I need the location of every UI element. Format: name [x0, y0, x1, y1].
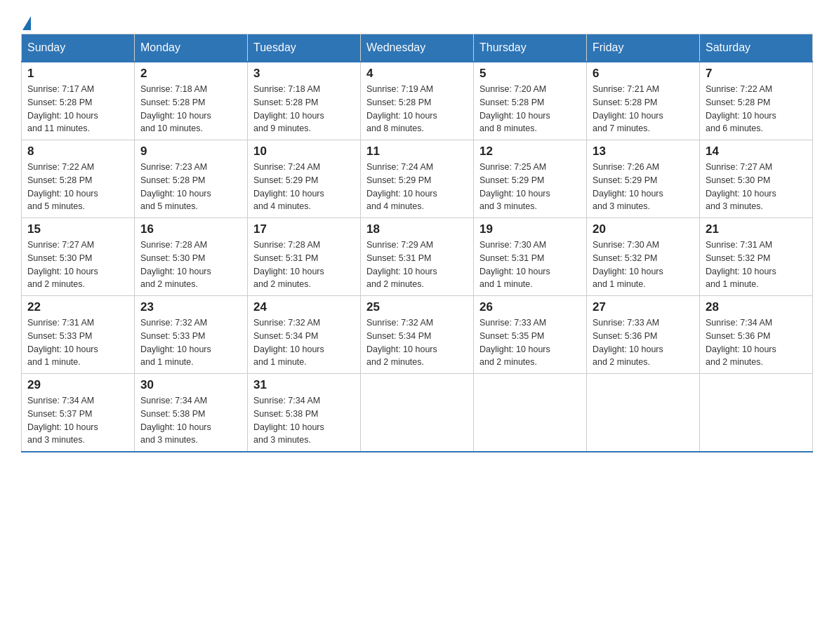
calendar-cell: 14 Sunrise: 7:27 AMSunset: 5:30 PMDaylig… — [700, 140, 813, 218]
day-info: Sunrise: 7:27 AMSunset: 5:30 PMDaylight:… — [706, 161, 807, 213]
day-number: 13 — [593, 145, 694, 159]
week-row-4: 22 Sunrise: 7:31 AMSunset: 5:33 PMDaylig… — [22, 296, 813, 374]
calendar-cell: 1 Sunrise: 7:17 AMSunset: 5:28 PMDayligh… — [22, 62, 135, 140]
calendar-cell: 8 Sunrise: 7:22 AMSunset: 5:28 PMDayligh… — [22, 140, 135, 218]
col-header-monday: Monday — [135, 34, 248, 62]
day-number: 11 — [366, 145, 468, 159]
calendar-cell: 19 Sunrise: 7:30 AMSunset: 5:31 PMDaylig… — [474, 218, 587, 296]
calendar-cell: 20 Sunrise: 7:30 AMSunset: 5:32 PMDaylig… — [587, 218, 700, 296]
calendar-cell: 29 Sunrise: 7:34 AMSunset: 5:37 PMDaylig… — [22, 374, 135, 452]
day-info: Sunrise: 7:30 AMSunset: 5:32 PMDaylight:… — [593, 239, 694, 291]
day-number: 9 — [140, 145, 241, 159]
day-number: 24 — [253, 300, 355, 314]
day-info: Sunrise: 7:34 AMSunset: 5:38 PMDaylight:… — [140, 394, 241, 447]
page-header — [21, 14, 813, 27]
day-number: 15 — [27, 222, 128, 236]
calendar-cell: 3 Sunrise: 7:18 AMSunset: 5:28 PMDayligh… — [248, 62, 361, 140]
day-info: Sunrise: 7:32 AMSunset: 5:33 PMDaylight:… — [140, 316, 241, 369]
day-info: Sunrise: 7:27 AMSunset: 5:30 PMDaylight:… — [27, 239, 128, 291]
day-number: 16 — [140, 222, 241, 236]
calendar-cell: 16 Sunrise: 7:28 AMSunset: 5:30 PMDaylig… — [135, 218, 248, 296]
day-info: Sunrise: 7:28 AMSunset: 5:30 PMDaylight:… — [140, 239, 241, 291]
day-number: 10 — [253, 145, 355, 159]
day-number: 21 — [706, 222, 807, 236]
day-number: 14 — [706, 145, 807, 159]
day-info: Sunrise: 7:24 AMSunset: 5:29 PMDaylight:… — [366, 161, 468, 213]
calendar-cell: 7 Sunrise: 7:22 AMSunset: 5:28 PMDayligh… — [700, 62, 813, 140]
calendar-cell: 12 Sunrise: 7:25 AMSunset: 5:29 PMDaylig… — [474, 140, 587, 218]
calendar-cell: 22 Sunrise: 7:31 AMSunset: 5:33 PMDaylig… — [22, 296, 135, 374]
day-number: 25 — [366, 300, 468, 314]
day-info: Sunrise: 7:34 AMSunset: 5:37 PMDaylight:… — [27, 394, 128, 447]
day-info: Sunrise: 7:24 AMSunset: 5:29 PMDaylight:… — [253, 161, 355, 213]
calendar-cell: 13 Sunrise: 7:26 AMSunset: 5:29 PMDaylig… — [587, 140, 700, 218]
col-header-friday: Friday — [587, 34, 700, 62]
logo — [21, 14, 32, 27]
day-info: Sunrise: 7:17 AMSunset: 5:28 PMDaylight:… — [27, 83, 128, 135]
day-number: 27 — [593, 300, 694, 314]
day-info: Sunrise: 7:28 AMSunset: 5:31 PMDaylight:… — [253, 239, 355, 291]
calendar-table: SundayMondayTuesdayWednesdayThursdayFrid… — [21, 34, 813, 452]
day-info: Sunrise: 7:18 AMSunset: 5:28 PMDaylight:… — [253, 83, 355, 135]
calendar-cell: 10 Sunrise: 7:24 AMSunset: 5:29 PMDaylig… — [248, 140, 361, 218]
day-number: 6 — [593, 67, 694, 81]
day-number: 19 — [479, 222, 581, 236]
calendar-cell — [474, 374, 587, 452]
day-number: 20 — [593, 222, 694, 236]
calendar-cell: 5 Sunrise: 7:20 AMSunset: 5:28 PMDayligh… — [474, 62, 587, 140]
calendar-cell: 9 Sunrise: 7:23 AMSunset: 5:28 PMDayligh… — [135, 140, 248, 218]
day-info: Sunrise: 7:29 AMSunset: 5:31 PMDaylight:… — [366, 239, 468, 291]
day-info: Sunrise: 7:33 AMSunset: 5:36 PMDaylight:… — [593, 316, 694, 369]
day-number: 22 — [27, 300, 128, 314]
day-info: Sunrise: 7:22 AMSunset: 5:28 PMDaylight:… — [706, 83, 807, 135]
day-number: 26 — [479, 300, 581, 314]
logo-triangle-icon — [22, 16, 31, 30]
col-header-wednesday: Wednesday — [361, 34, 474, 62]
calendar-cell: 24 Sunrise: 7:32 AMSunset: 5:34 PMDaylig… — [248, 296, 361, 374]
col-header-thursday: Thursday — [474, 34, 587, 62]
calendar-cell: 26 Sunrise: 7:33 AMSunset: 5:35 PMDaylig… — [474, 296, 587, 374]
day-info: Sunrise: 7:32 AMSunset: 5:34 PMDaylight:… — [366, 316, 468, 369]
week-row-5: 29 Sunrise: 7:34 AMSunset: 5:37 PMDaylig… — [22, 374, 813, 452]
day-number: 7 — [706, 67, 807, 81]
day-number: 28 — [706, 300, 807, 314]
calendar-cell: 21 Sunrise: 7:31 AMSunset: 5:32 PMDaylig… — [700, 218, 813, 296]
calendar-cell: 23 Sunrise: 7:32 AMSunset: 5:33 PMDaylig… — [135, 296, 248, 374]
calendar-cell: 17 Sunrise: 7:28 AMSunset: 5:31 PMDaylig… — [248, 218, 361, 296]
day-number: 23 — [140, 300, 241, 314]
calendar-cell: 2 Sunrise: 7:18 AMSunset: 5:28 PMDayligh… — [135, 62, 248, 140]
day-number: 31 — [253, 378, 355, 392]
day-info: Sunrise: 7:31 AMSunset: 5:32 PMDaylight:… — [706, 239, 807, 291]
calendar-cell: 30 Sunrise: 7:34 AMSunset: 5:38 PMDaylig… — [135, 374, 248, 452]
day-number: 12 — [479, 145, 581, 159]
calendar-cell: 18 Sunrise: 7:29 AMSunset: 5:31 PMDaylig… — [361, 218, 474, 296]
calendar-cell: 31 Sunrise: 7:34 AMSunset: 5:38 PMDaylig… — [248, 374, 361, 452]
day-info: Sunrise: 7:25 AMSunset: 5:29 PMDaylight:… — [479, 161, 581, 213]
calendar-cell — [700, 374, 813, 452]
logo-text — [21, 14, 32, 32]
week-row-1: 1 Sunrise: 7:17 AMSunset: 5:28 PMDayligh… — [22, 62, 813, 140]
calendar-cell: 6 Sunrise: 7:21 AMSunset: 5:28 PMDayligh… — [587, 62, 700, 140]
col-header-tuesday: Tuesday — [248, 34, 361, 62]
calendar-cell: 11 Sunrise: 7:24 AMSunset: 5:29 PMDaylig… — [361, 140, 474, 218]
col-header-sunday: Sunday — [22, 34, 135, 62]
calendar-cell: 4 Sunrise: 7:19 AMSunset: 5:28 PMDayligh… — [361, 62, 474, 140]
week-row-3: 15 Sunrise: 7:27 AMSunset: 5:30 PMDaylig… — [22, 218, 813, 296]
day-info: Sunrise: 7:20 AMSunset: 5:28 PMDaylight:… — [479, 83, 581, 135]
col-header-saturday: Saturday — [700, 34, 813, 62]
day-number: 30 — [140, 378, 241, 392]
calendar-cell — [587, 374, 700, 452]
calendar-cell: 28 Sunrise: 7:34 AMSunset: 5:36 PMDaylig… — [700, 296, 813, 374]
day-info: Sunrise: 7:23 AMSunset: 5:28 PMDaylight:… — [140, 161, 241, 213]
day-number: 8 — [27, 145, 128, 159]
day-info: Sunrise: 7:21 AMSunset: 5:28 PMDaylight:… — [593, 83, 694, 135]
day-info: Sunrise: 7:33 AMSunset: 5:35 PMDaylight:… — [479, 316, 581, 369]
day-info: Sunrise: 7:22 AMSunset: 5:28 PMDaylight:… — [27, 161, 128, 213]
day-number: 29 — [27, 378, 128, 392]
day-number: 3 — [253, 67, 355, 81]
day-info: Sunrise: 7:34 AMSunset: 5:38 PMDaylight:… — [253, 394, 355, 447]
day-info: Sunrise: 7:19 AMSunset: 5:28 PMDaylight:… — [366, 83, 468, 135]
day-number: 18 — [366, 222, 468, 236]
day-info: Sunrise: 7:26 AMSunset: 5:29 PMDaylight:… — [593, 161, 694, 213]
day-info: Sunrise: 7:30 AMSunset: 5:31 PMDaylight:… — [479, 239, 581, 291]
